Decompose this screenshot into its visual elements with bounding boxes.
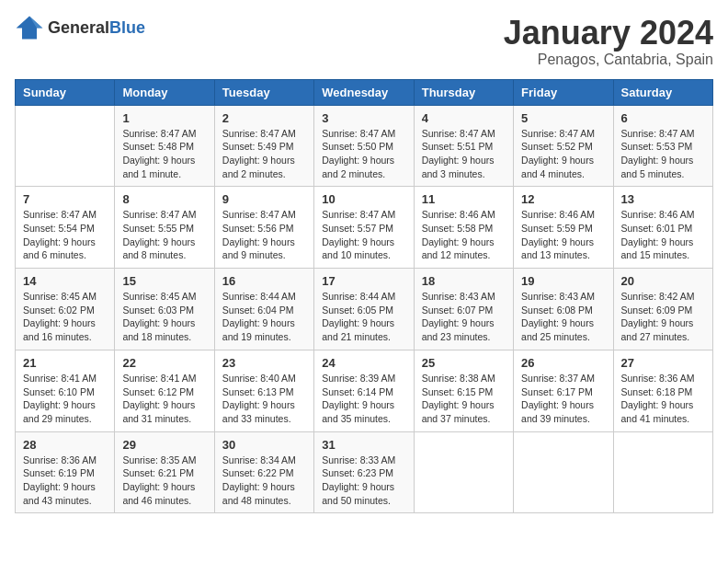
day-number: 19 [521,274,605,288]
day-info: Sunrise: 8:47 AMSunset: 5:55 PMDaylight:… [122,208,206,262]
day-number: 18 [422,274,506,288]
day-number: 22 [122,356,206,370]
day-number: 2 [222,111,306,125]
weekday-header: Monday [115,79,214,105]
calendar-cell: 17Sunrise: 8:44 AMSunset: 6:05 PMDayligh… [314,269,414,350]
calendar-cell: 22Sunrise: 8:41 AMSunset: 6:12 PMDayligh… [115,350,214,431]
calendar-cell: 1Sunrise: 8:47 AMSunset: 5:48 PMDaylight… [115,105,214,187]
day-info: Sunrise: 8:47 AMSunset: 5:54 PMDaylight:… [23,208,107,262]
calendar-cell: 5Sunrise: 8:47 AMSunset: 5:52 PMDaylight… [514,105,613,187]
day-number: 17 [322,274,405,288]
day-info: Sunrise: 8:43 AMSunset: 6:07 PMDaylight:… [422,290,506,344]
calendar-cell: 20Sunrise: 8:42 AMSunset: 6:09 PMDayligh… [613,269,712,350]
calendar-week-row: 7Sunrise: 8:47 AMSunset: 5:54 PMDaylight… [16,187,713,269]
weekday-header-row: SundayMondayTuesdayWednesdayThursdayFrid… [16,79,713,105]
calendar-cell: 10Sunrise: 8:47 AMSunset: 5:57 PMDayligh… [314,187,414,269]
calendar-cell: 8Sunrise: 8:47 AMSunset: 5:55 PMDaylight… [115,187,214,269]
day-number: 31 [322,438,405,452]
day-number: 5 [521,111,605,125]
calendar-cell: 31Sunrise: 8:33 AMSunset: 6:23 PMDayligh… [314,431,414,513]
month-title: January 2024 [504,15,713,52]
calendar-cell [613,431,712,513]
header: GeneralBlue January 2024 Penagos, Cantab… [15,15,713,68]
logo-text-general: General [48,18,109,37]
day-number: 29 [122,438,206,452]
day-number: 8 [122,192,206,206]
calendar-cell: 19Sunrise: 8:43 AMSunset: 6:08 PMDayligh… [514,269,613,350]
day-number: 1 [122,111,206,125]
calendar-cell: 9Sunrise: 8:47 AMSunset: 5:56 PMDaylight… [214,187,313,269]
calendar-cell: 13Sunrise: 8:46 AMSunset: 6:01 PMDayligh… [613,187,712,269]
logo-icon [15,15,44,40]
calendar-cell: 25Sunrise: 8:38 AMSunset: 6:15 PMDayligh… [414,350,513,431]
weekday-header: Tuesday [214,79,313,105]
day-number: 15 [122,274,206,288]
day-info: Sunrise: 8:47 AMSunset: 5:49 PMDaylight:… [222,127,306,181]
calendar-cell: 24Sunrise: 8:39 AMSunset: 6:14 PMDayligh… [314,350,414,431]
day-number: 14 [23,274,107,288]
day-info: Sunrise: 8:47 AMSunset: 5:52 PMDaylight:… [521,127,605,181]
calendar-cell: 4Sunrise: 8:47 AMSunset: 5:51 PMDaylight… [414,105,513,187]
calendar-cell: 28Sunrise: 8:36 AMSunset: 6:19 PMDayligh… [16,431,115,513]
calendar-cell: 18Sunrise: 8:43 AMSunset: 6:07 PMDayligh… [414,269,513,350]
weekday-header: Thursday [414,79,513,105]
day-info: Sunrise: 8:47 AMSunset: 5:48 PMDaylight:… [122,127,206,181]
calendar-week-row: 1Sunrise: 8:47 AMSunset: 5:48 PMDaylight… [16,105,713,187]
day-info: Sunrise: 8:41 AMSunset: 6:10 PMDaylight:… [23,372,107,426]
day-number: 27 [621,356,705,370]
calendar-cell: 12Sunrise: 8:46 AMSunset: 5:59 PMDayligh… [514,187,613,269]
day-info: Sunrise: 8:37 AMSunset: 6:17 PMDaylight:… [521,372,605,426]
title-area: January 2024 Penagos, Cantabria, Spain [504,15,713,68]
day-info: Sunrise: 8:43 AMSunset: 6:08 PMDaylight:… [521,290,605,344]
day-number: 12 [521,192,605,206]
day-number: 4 [422,111,506,125]
weekday-header: Wednesday [314,79,414,105]
calendar-cell: 6Sunrise: 8:47 AMSunset: 5:53 PMDaylight… [613,105,712,187]
day-info: Sunrise: 8:47 AMSunset: 5:56 PMDaylight:… [222,208,306,262]
calendar-cell: 21Sunrise: 8:41 AMSunset: 6:10 PMDayligh… [16,350,115,431]
day-info: Sunrise: 8:45 AMSunset: 6:03 PMDaylight:… [122,290,206,344]
day-info: Sunrise: 8:47 AMSunset: 5:50 PMDaylight:… [322,127,405,181]
logo-text-blue: Blue [109,18,145,37]
day-number: 24 [322,356,405,370]
weekday-header: Sunday [16,79,115,105]
day-number: 9 [222,192,306,206]
calendar-cell: 7Sunrise: 8:47 AMSunset: 5:54 PMDaylight… [16,187,115,269]
calendar-cell: 16Sunrise: 8:44 AMSunset: 6:04 PMDayligh… [214,269,313,350]
day-info: Sunrise: 8:46 AMSunset: 6:01 PMDaylight:… [621,208,705,262]
calendar-cell [514,431,613,513]
day-info: Sunrise: 8:42 AMSunset: 6:09 PMDaylight:… [621,290,705,344]
day-number: 11 [422,192,506,206]
day-info: Sunrise: 8:41 AMSunset: 6:12 PMDaylight:… [122,372,206,426]
day-info: Sunrise: 8:44 AMSunset: 6:05 PMDaylight:… [322,290,405,344]
calendar-cell: 23Sunrise: 8:40 AMSunset: 6:13 PMDayligh… [214,350,313,431]
calendar-week-row: 21Sunrise: 8:41 AMSunset: 6:10 PMDayligh… [16,350,713,431]
calendar-cell: 26Sunrise: 8:37 AMSunset: 6:17 PMDayligh… [514,350,613,431]
day-number: 25 [422,356,506,370]
calendar-cell [414,431,513,513]
day-number: 3 [322,111,405,125]
day-number: 28 [23,438,107,452]
day-number: 20 [621,274,705,288]
location-title: Penagos, Cantabria, Spain [504,52,713,68]
day-number: 16 [222,274,306,288]
day-info: Sunrise: 8:33 AMSunset: 6:23 PMDaylight:… [322,454,405,508]
day-number: 23 [222,356,306,370]
calendar-cell [16,105,115,187]
calendar-cell: 11Sunrise: 8:46 AMSunset: 5:58 PMDayligh… [414,187,513,269]
day-number: 13 [621,192,705,206]
day-info: Sunrise: 8:46 AMSunset: 5:59 PMDaylight:… [521,208,605,262]
calendar-cell: 30Sunrise: 8:34 AMSunset: 6:22 PMDayligh… [214,431,313,513]
day-info: Sunrise: 8:36 AMSunset: 6:18 PMDaylight:… [621,372,705,426]
calendar-cell: 27Sunrise: 8:36 AMSunset: 6:18 PMDayligh… [613,350,712,431]
day-info: Sunrise: 8:38 AMSunset: 6:15 PMDaylight:… [422,372,506,426]
day-number: 21 [23,356,107,370]
day-number: 10 [322,192,405,206]
day-info: Sunrise: 8:47 AMSunset: 5:51 PMDaylight:… [422,127,506,181]
calendar-table: SundayMondayTuesdayWednesdayThursdayFrid… [15,79,713,514]
weekday-header: Saturday [613,79,712,105]
day-info: Sunrise: 8:34 AMSunset: 6:22 PMDaylight:… [222,454,306,508]
calendar-cell: 29Sunrise: 8:35 AMSunset: 6:21 PMDayligh… [115,431,214,513]
calendar-week-row: 14Sunrise: 8:45 AMSunset: 6:02 PMDayligh… [16,269,713,350]
day-number: 7 [23,192,107,206]
